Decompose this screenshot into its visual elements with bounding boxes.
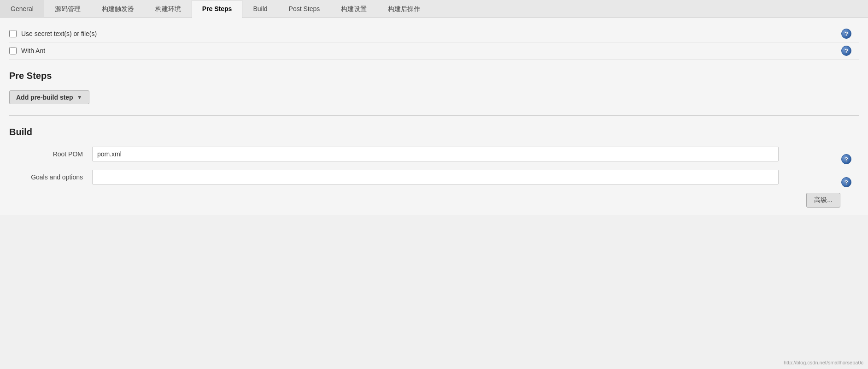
checkbox-rows: Use secret text(s) or file(s) ? With Ant… xyxy=(9,25,859,60)
use-secret-row: Use secret text(s) or file(s) ? xyxy=(9,25,859,42)
goals-options-input[interactable] xyxy=(92,170,779,184)
section-divider xyxy=(9,115,859,116)
tab-pre-steps[interactable]: Pre Steps xyxy=(192,0,243,18)
tab-env[interactable]: 构建环境 xyxy=(145,0,192,18)
tab-build[interactable]: Build xyxy=(242,0,278,18)
tab-general[interactable]: General xyxy=(0,0,44,18)
advanced-button[interactable]: 高级... xyxy=(806,193,840,208)
tab-bar: General源码管理构建触发器构建环境Pre StepsBuildPost S… xyxy=(0,0,868,18)
tab-post-steps[interactable]: Post Steps xyxy=(278,0,331,18)
with-ant-checkbox[interactable] xyxy=(9,47,17,54)
tab-settings[interactable]: 构建设置 xyxy=(330,0,377,18)
use-secret-checkbox[interactable] xyxy=(9,30,17,37)
dropdown-arrow-icon: ▼ xyxy=(77,94,82,101)
add-pre-build-step-label: Add pre-build step xyxy=(16,94,73,101)
with-ant-label[interactable]: With Ant xyxy=(21,47,45,54)
advanced-btn-row: 高级... xyxy=(9,193,859,208)
use-secret-label[interactable]: Use secret text(s) or file(s) xyxy=(21,30,97,37)
goals-options-help-icon[interactable]: ? xyxy=(841,177,851,187)
build-section: Build Root POM ? Goals and options ? 高级.… xyxy=(9,127,859,208)
watermark: http://blog.csdn.net/smallhorseba0c xyxy=(784,360,863,365)
main-content: Use secret text(s) or file(s) ? With Ant… xyxy=(0,18,868,215)
goals-options-row: Goals and options ? xyxy=(9,170,859,184)
with-ant-row: With Ant ? xyxy=(9,42,859,60)
pre-steps-section: Pre Steps Add pre-build step ▼ xyxy=(9,71,859,104)
build-title: Build xyxy=(9,127,859,137)
tab-triggers[interactable]: 构建触发器 xyxy=(91,0,145,18)
add-pre-build-step-button[interactable]: Add pre-build step ▼ xyxy=(9,90,89,104)
use-secret-help-icon[interactable]: ? xyxy=(841,29,851,39)
root-pom-row: Root POM ? xyxy=(9,147,859,161)
root-pom-input[interactable] xyxy=(92,147,779,161)
goals-options-label: Goals and options xyxy=(9,173,92,181)
tab-source[interactable]: 源码管理 xyxy=(44,0,91,18)
with-ant-help-icon[interactable]: ? xyxy=(841,46,851,56)
pre-steps-title: Pre Steps xyxy=(9,71,859,81)
root-pom-help-icon[interactable]: ? xyxy=(841,154,851,164)
tab-post-build[interactable]: 构建后操作 xyxy=(377,0,431,18)
root-pom-label: Root POM xyxy=(9,150,92,158)
